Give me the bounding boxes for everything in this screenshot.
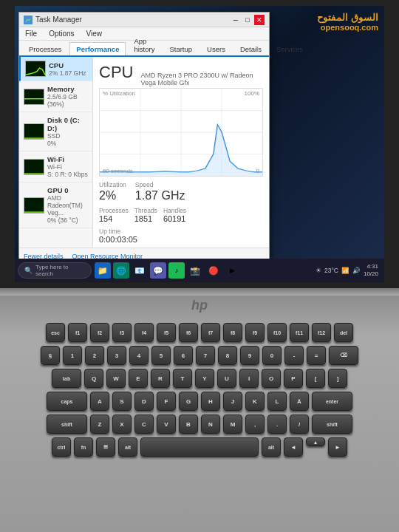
key-enter[interactable]: enter	[312, 392, 352, 411]
key-backspace[interactable]: ⌫	[329, 346, 358, 365]
key-bracket-close[interactable]: ]	[328, 369, 347, 388]
sidebar-item-gpu[interactable]: GPU 0 AMD Radeon(TM) Veg... 0% (36 °C)	[19, 183, 92, 228]
key-p[interactable]: P	[284, 369, 303, 388]
key-backtick[interactable]: §	[41, 346, 60, 365]
key-f1[interactable]: f1	[68, 323, 87, 342]
key-b[interactable]: B	[179, 415, 198, 434]
tab-performance[interactable]: Performance	[69, 42, 126, 55]
key-v[interactable]: V	[157, 415, 176, 434]
tab-startup[interactable]: Startup	[163, 42, 199, 55]
key-f4[interactable]: f4	[134, 323, 154, 342]
taskbar-app-edge[interactable]: 🌐	[113, 262, 129, 279]
key-n[interactable]: N	[201, 415, 220, 434]
key-f7[interactable]: f7	[201, 323, 220, 342]
key-i[interactable]: I	[239, 369, 259, 388]
menu-options[interactable]: Options	[46, 28, 77, 39]
taskbar-app-explorer[interactable]: 📁	[95, 262, 111, 279]
key-shift-left[interactable]: shift	[47, 415, 87, 434]
sidebar-item-cpu[interactable]: CPU 2% 1.87 GHz	[19, 57, 92, 81]
key-2[interactable]: 2	[85, 346, 104, 365]
taskbar-app-teams[interactable]: 💬	[150, 262, 166, 279]
key-fn[interactable]: fn	[74, 437, 93, 457]
key-r[interactable]: R	[151, 369, 170, 388]
key-f5[interactable]: f5	[157, 323, 176, 342]
key-1[interactable]: 1	[63, 346, 82, 365]
key-y[interactable]: Y	[195, 369, 214, 388]
key-arrow-left[interactable]: ◄	[284, 437, 303, 457]
key-f6[interactable]: f6	[179, 323, 198, 342]
menu-view[interactable]: View	[83, 28, 106, 39]
key-f[interactable]: F	[157, 392, 176, 411]
key-arrow-up[interactable]: ▲	[306, 437, 325, 446]
key-alt-right[interactable]: alt	[262, 437, 281, 457]
sidebar-item-wifi[interactable]: Wi-Fi Wi-Fi S: 0 R: 0 Kbps	[19, 151, 92, 183]
key-esc[interactable]: esc	[46, 323, 65, 342]
tab-services[interactable]: Services	[270, 42, 310, 55]
key-5[interactable]: 5	[151, 346, 171, 365]
key-d[interactable]: D	[134, 392, 154, 411]
key-f11[interactable]: f11	[290, 323, 309, 342]
key-e[interactable]: E	[129, 369, 148, 388]
sidebar-item-disk[interactable]: Disk 0 (C: D:) SSD 0%	[19, 112, 92, 151]
key-4[interactable]: 4	[129, 346, 149, 365]
taskbar-app-mail[interactable]: 📧	[132, 262, 148, 279]
key-7[interactable]: 7	[196, 346, 215, 365]
key-m[interactable]: M	[223, 415, 242, 434]
key-j[interactable]: J	[223, 392, 242, 411]
key-0[interactable]: 0	[262, 346, 282, 365]
key-capslock[interactable]: caps	[47, 392, 87, 411]
key-bracket-open[interactable]: [	[306, 369, 325, 388]
taskbar-app-spotify[interactable]: ♪	[168, 262, 185, 279]
key-period[interactable]: .	[267, 415, 287, 434]
taskbar-app-youtube[interactable]: ▶	[224, 262, 240, 279]
key-slash[interactable]: /	[290, 415, 309, 434]
key-f9[interactable]: f9	[245, 323, 265, 342]
key-space[interactable]	[140, 437, 259, 457]
key-u[interactable]: U	[217, 369, 236, 388]
key-a-umlaut[interactable]: Ä	[290, 392, 309, 411]
minimize-button[interactable]: ─	[231, 15, 241, 25]
key-3[interactable]: 3	[107, 346, 126, 365]
key-9[interactable]: 9	[240, 346, 259, 365]
key-f3[interactable]: f3	[112, 323, 132, 342]
key-equals[interactable]: =	[307, 346, 326, 365]
taskbar-app-photos[interactable]: 📸	[187, 262, 203, 279]
key-minus[interactable]: -	[284, 346, 304, 365]
key-g[interactable]: G	[179, 392, 198, 411]
taskbar-search-box[interactable]: 🔍 Type here to search	[18, 262, 92, 279]
key-comma[interactable]: ,	[245, 415, 265, 434]
maximize-button[interactable]: □	[242, 15, 253, 25]
key-del[interactable]: del	[334, 323, 353, 342]
key-shift-right[interactable]: shift	[312, 415, 352, 434]
key-win[interactable]: ⊞	[96, 437, 115, 457]
key-tab[interactable]: tab	[52, 369, 81, 388]
key-a[interactable]: A	[90, 392, 109, 411]
key-f2[interactable]: f2	[90, 323, 109, 342]
key-8[interactable]: 8	[218, 346, 237, 365]
key-z[interactable]: Z	[90, 415, 109, 434]
key-x[interactable]: X	[112, 415, 132, 434]
tab-processes[interactable]: Processes	[22, 42, 68, 55]
key-q[interactable]: Q	[84, 369, 103, 388]
taskbar-app-chrome[interactable]: 🔴	[205, 262, 222, 279]
key-6[interactable]: 6	[174, 346, 193, 365]
key-f10[interactable]: f10	[267, 323, 287, 342]
key-ctrl-left[interactable]: ctrl	[52, 437, 71, 457]
key-l[interactable]: L	[267, 392, 287, 411]
key-w[interactable]: W	[106, 369, 126, 388]
key-alt-left[interactable]: alt	[118, 437, 137, 457]
tab-details[interactable]: Details	[233, 42, 268, 55]
key-f8[interactable]: f8	[223, 323, 242, 342]
key-h[interactable]: H	[201, 392, 220, 411]
close-button[interactable]: ✕	[254, 15, 265, 25]
key-arrow-right[interactable]: ►	[328, 437, 347, 457]
menu-file[interactable]: File	[22, 28, 40, 39]
key-k[interactable]: K	[245, 392, 265, 411]
key-t[interactable]: T	[173, 369, 192, 388]
sidebar-item-memory[interactable]: Memory 2.5/6.9 GB (36%)	[19, 81, 92, 112]
key-s[interactable]: S	[112, 392, 132, 411]
key-o[interactable]: O	[262, 369, 281, 388]
key-c[interactable]: C	[134, 415, 154, 434]
key-f12[interactable]: f12	[312, 323, 331, 342]
tab-users[interactable]: Users	[200, 42, 232, 55]
